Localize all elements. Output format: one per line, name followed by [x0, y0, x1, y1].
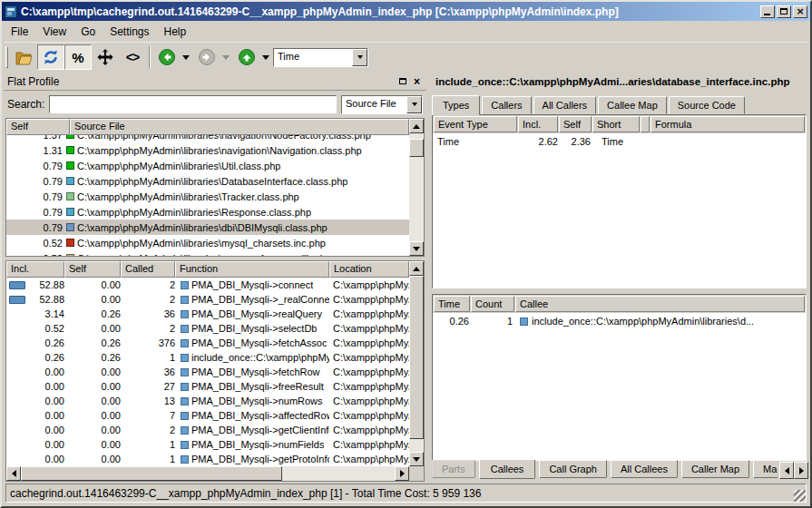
- tab-source-code[interactable]: Source Code: [669, 96, 745, 114]
- column-header-callee[interactable]: Callee: [515, 296, 805, 312]
- scroll-down-button[interactable]: [409, 241, 424, 256]
- back-dropdown-icon[interactable]: [182, 55, 190, 60]
- function-row[interactable]: 0.26 0.26 1 include_once::C:\xampp\phpMy…: [6, 350, 409, 365]
- event-type-dropdown-button[interactable]: [352, 49, 367, 66]
- scroll-up-button[interactable]: [409, 119, 424, 133]
- column-header-count[interactable]: Count: [471, 296, 514, 312]
- scroll-track[interactable]: [409, 276, 424, 452]
- forward-dropdown-icon[interactable]: [222, 55, 230, 60]
- search-input[interactable]: [50, 96, 336, 112]
- function-name: PMA_DBI_Mysqli->_realConnect: [191, 294, 329, 305]
- function-row[interactable]: 0.00 0.00 7 PMA_DBI_Mysqli->affectedRows…: [6, 408, 409, 423]
- reload-button[interactable]: [37, 44, 64, 70]
- scroll-track[interactable]: [21, 466, 395, 481]
- group-by-dropdown-button[interactable]: [406, 96, 422, 113]
- function-row[interactable]: 0.00 0.00 13 PMA_DBI_Mysqli->numRows C:\…: [6, 394, 409, 408]
- file-list-row[interactable]: 1.31 C:\xampp\phpMyAdmin\libraries\navig…: [6, 142, 409, 158]
- file-list-row[interactable]: 0.79 C:\xampp\phpMyAdmin\libraries\Datab…: [6, 173, 409, 189]
- tab-types[interactable]: Types: [432, 95, 480, 115]
- maximize-button[interactable]: [777, 5, 791, 18]
- column-header-called[interactable]: Called: [121, 261, 175, 278]
- tab-machine-code[interactable]: Machine: [753, 460, 778, 478]
- column-header-location[interactable]: Location: [329, 261, 409, 278]
- column-header-formula[interactable]: Formula: [651, 116, 805, 132]
- function-row[interactable]: 0.52 0.00 2 PMA_DBI_Mysqli->selectDb C:\…: [6, 321, 409, 336]
- function-row[interactable]: 52.88 0.00 2 PMA_DBI_Mysqli->_realConnec…: [6, 292, 409, 307]
- tab-caller-map[interactable]: Caller Map: [681, 460, 749, 478]
- menu-go[interactable]: Go: [73, 23, 103, 41]
- scroll-track[interactable]: [409, 133, 424, 241]
- column-header-self[interactable]: Self: [6, 119, 70, 135]
- menu-view[interactable]: View: [35, 23, 73, 41]
- function-row[interactable]: 0.00 0.00 1 PMA_DBI_Mysqli->getProtoInfo…: [6, 452, 409, 466]
- close-button[interactable]: ×: [793, 5, 807, 18]
- dock-float-button[interactable]: [396, 76, 408, 87]
- column-header-function[interactable]: Function: [175, 261, 329, 278]
- toolbar-grip[interactable]: [5, 46, 8, 68]
- column-header-short[interactable]: Short: [592, 116, 640, 132]
- column-header-incl[interactable]: Incl.: [518, 116, 558, 132]
- function-row[interactable]: 0.00 0.00 1 PMA_DBI_Mysqli->numFields C:…: [6, 437, 409, 452]
- cycle-detection-button[interactable]: <>: [119, 44, 146, 70]
- group-by-combobox[interactable]: Source File: [341, 95, 423, 114]
- called-count: 27: [121, 381, 175, 392]
- menu-file[interactable]: File: [4, 23, 35, 41]
- scroll-thumb[interactable]: [409, 139, 424, 157]
- column-header-spacer[interactable]: [641, 116, 650, 132]
- function-row[interactable]: 0.00 0.00 2 PMA_DBI_Mysqli->getClientInf…: [6, 423, 409, 437]
- scroll-left-button[interactable]: [6, 466, 21, 481]
- function-row[interactable]: 0.26 0.26 376 PMA_DBI_Mysqli->fetchAssoc…: [6, 336, 409, 350]
- column-header-time[interactable]: Time: [434, 296, 470, 312]
- file-list-row[interactable]: 0.52 C:\xampp\phpMyAdmin\libraries\user_…: [6, 250, 409, 256]
- scroll-thumb[interactable]: [409, 276, 424, 439]
- forward-button[interactable]: [193, 44, 220, 70]
- function-table-vscrollbar[interactable]: [409, 261, 424, 466]
- scroll-thumb[interactable]: [21, 466, 282, 481]
- up-button[interactable]: [233, 44, 260, 70]
- file-list-row[interactable]: 1.37 C:\xampp\phpMyAdmin\libraries\navig…: [6, 135, 409, 142]
- function-row[interactable]: 0.00 0.00 36 PMA_DBI_Mysqli->fetchRow C:…: [6, 365, 409, 379]
- tabs-scroll-right-button[interactable]: [794, 462, 808, 479]
- column-header-self[interactable]: Self: [64, 261, 121, 278]
- tab-callee-map[interactable]: Callee Map: [598, 96, 667, 114]
- scroll-right-button[interactable]: [395, 466, 409, 481]
- column-header-incl[interactable]: Incl.: [6, 261, 64, 278]
- tab-callers[interactable]: Callers: [482, 96, 531, 114]
- function-row[interactable]: 52.88 0.00 2 PMA_DBI_Mysqli->connect C:\…: [6, 278, 409, 292]
- dock-header[interactable]: Flat Profile ×: [4, 73, 426, 91]
- file-list-row[interactable]: 0.79 C:\xampp\phpMyAdmin\libraries\Track…: [6, 189, 409, 204]
- open-file-button[interactable]: [10, 44, 37, 70]
- back-button[interactable]: [153, 44, 181, 70]
- minimize-button[interactable]: [760, 5, 775, 18]
- event-type-row[interactable]: Time 2.62 2.36 Time: [433, 133, 806, 150]
- file-list-row[interactable]: 0.79 C:\xampp\phpMyAdmin\libraries\Util.…: [6, 158, 409, 173]
- scroll-up-button[interactable]: [409, 261, 424, 276]
- file-list-row[interactable]: 0.79 C:\xampp\phpMyAdmin\libraries\dbi\D…: [6, 220, 409, 235]
- menu-help[interactable]: Help: [157, 23, 194, 41]
- file-list-vscrollbar[interactable]: [409, 119, 424, 256]
- expand-areas-button[interactable]: [92, 44, 119, 70]
- file-list-row[interactable]: 0.79 C:\xampp\phpMyAdmin\libraries\Respo…: [6, 204, 409, 220]
- file-list-row[interactable]: 0.52 C:\xampp\phpMyAdmin\libraries\mysql…: [6, 235, 409, 250]
- relative-percent-button[interactable]: %: [64, 44, 92, 70]
- function-row[interactable]: 0.00 0.00 27 PMA_DBI_Mysqli->freeResult …: [6, 379, 409, 394]
- up-dropdown-icon[interactable]: [262, 55, 269, 60]
- title-bar[interactable]: C:\xampp\tmp\cachegrind.out.1416463299-C…: [2, 2, 810, 21]
- tabs-scroll-left-button[interactable]: [779, 462, 794, 479]
- function-table-hscrollbar[interactable]: [6, 466, 409, 481]
- tab-callees[interactable]: Callees: [479, 460, 536, 479]
- callee-row[interactable]: 0.26 1 include_once::C:\xampp\phpMyAdmin…: [433, 313, 806, 329]
- tab-all-callers[interactable]: All Callers: [533, 96, 597, 114]
- tab-all-callees[interactable]: All Callees: [611, 460, 678, 478]
- resize-grip[interactable]: [794, 490, 806, 502]
- column-header-event-type[interactable]: Event Type: [434, 116, 517, 132]
- tab-call-graph[interactable]: Call Graph: [539, 460, 607, 478]
- dock-close-button[interactable]: ×: [411, 76, 423, 87]
- function-row[interactable]: 3.14 0.26 36 PMA_DBI_Mysqli->realQuery C…: [6, 307, 409, 321]
- event-type-combobox[interactable]: Time: [273, 48, 368, 67]
- source-file-path: C:\xampp\phpMyAdmin\libraries\dbi\DBIMys…: [77, 222, 328, 233]
- menu-settings[interactable]: Settings: [103, 23, 156, 41]
- column-header-source-file[interactable]: Source File: [70, 119, 409, 135]
- column-header-self[interactable]: Self: [559, 116, 592, 132]
- scroll-down-button[interactable]: [409, 452, 424, 466]
